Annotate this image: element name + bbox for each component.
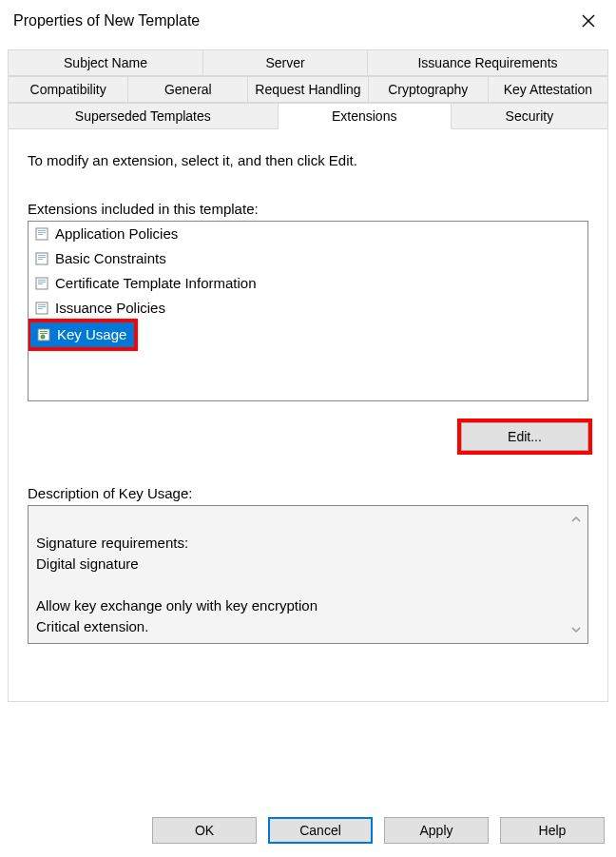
highlight-annotation: Key Usage (30, 322, 134, 347)
tab-row-1: Subject Name Server Issuance Requirement… (8, 49, 608, 76)
tab-subject-name[interactable]: Subject Name (9, 49, 203, 76)
tab-key-attestation[interactable]: Key Attestation (489, 76, 608, 103)
highlight-annotation: Edit... (461, 422, 588, 451)
tab-compatibility[interactable]: Compatibility (9, 76, 128, 103)
description-box: Signature requirements: Digital signatur… (28, 505, 588, 644)
svg-rect-5 (38, 234, 43, 235)
list-item-label: Key Usage (57, 324, 126, 345)
tab-server[interactable]: Server (203, 49, 368, 76)
list-item-label: Application Policies (55, 224, 178, 244)
scroll-down-icon[interactable] (568, 622, 584, 637)
svg-rect-3 (38, 230, 46, 231)
tab-issuance-requirements[interactable]: Issuance Requirements (368, 49, 608, 76)
svg-rect-20 (40, 333, 48, 334)
cancel-button[interactable]: Cancel (268, 817, 373, 844)
scroll-up-icon[interactable] (568, 512, 584, 527)
instruction-text: To modify an extension, select it, and t… (28, 152, 588, 168)
svg-rect-12 (38, 282, 46, 282)
titlebar: Properties of New Template (0, 0, 616, 42)
extensions-list-label: Extensions included in this template: (28, 201, 588, 217)
tab-superseded-templates[interactable]: Superseded Templates (9, 103, 279, 129)
svg-rect-19 (40, 331, 48, 332)
svg-rect-8 (38, 257, 46, 258)
list-item[interactable]: Application Policies (29, 222, 587, 246)
extensions-listbox[interactable]: Application Policies Basic Constraints C… (28, 221, 588, 401)
list-item-label: Certificate Template Information (55, 273, 257, 294)
apply-button[interactable]: Apply (384, 817, 489, 844)
svg-rect-16 (38, 306, 46, 307)
list-item-label: Issuance Policies (55, 298, 165, 319)
content-area: Subject Name Server Issuance Requirement… (0, 42, 616, 702)
svg-rect-15 (38, 304, 46, 305)
tab-strip: Subject Name Server Issuance Requirement… (8, 49, 608, 129)
help-button[interactable]: Help (500, 817, 605, 844)
dialog-button-row: OK Cancel Apply Help (152, 817, 605, 844)
svg-rect-9 (38, 259, 43, 260)
list-item[interactable]: Issuance Policies (29, 296, 587, 321)
svg-rect-17 (38, 308, 43, 309)
close-icon (582, 14, 595, 28)
svg-rect-11 (38, 280, 46, 281)
edit-button[interactable]: Edit... (461, 422, 588, 451)
svg-rect-13 (38, 283, 43, 284)
certificate-icon (34, 300, 51, 317)
svg-point-21 (41, 335, 46, 340)
tab-row-2: Compatibility General Request Handling C… (8, 76, 608, 103)
scrollbar[interactable] (568, 506, 584, 643)
tab-request-handling[interactable]: Request Handling (248, 76, 368, 103)
key-usage-icon (36, 326, 53, 343)
svg-rect-4 (38, 232, 46, 233)
list-item[interactable]: Certificate Template Information (29, 271, 587, 296)
tab-general[interactable]: General (128, 76, 248, 103)
edit-button-row: Edit... (28, 422, 588, 451)
list-item[interactable]: Basic Constraints (29, 246, 587, 271)
certificate-icon (34, 250, 51, 267)
tab-panel-extensions: To modify an extension, select it, and t… (8, 129, 608, 702)
list-item[interactable]: Key Usage (30, 322, 134, 347)
tab-row-3: Superseded Templates Extensions Security (8, 103, 608, 129)
description-label: Description of Key Usage: (28, 485, 588, 501)
list-item-label: Basic Constraints (55, 248, 166, 269)
tab-security[interactable]: Security (452, 103, 608, 129)
description-text: Signature requirements: Digital signatur… (36, 535, 318, 634)
properties-dialog: Properties of New Template Subject Name … (0, 0, 616, 857)
tab-extensions[interactable]: Extensions (279, 103, 452, 129)
certificate-icon (34, 225, 51, 243)
window-title: Properties of New Template (13, 12, 200, 29)
svg-rect-7 (38, 255, 46, 256)
tab-cryptography[interactable]: Cryptography (369, 76, 489, 103)
close-button[interactable] (574, 7, 603, 35)
certificate-icon (34, 275, 51, 292)
ok-button[interactable]: OK (152, 817, 257, 844)
